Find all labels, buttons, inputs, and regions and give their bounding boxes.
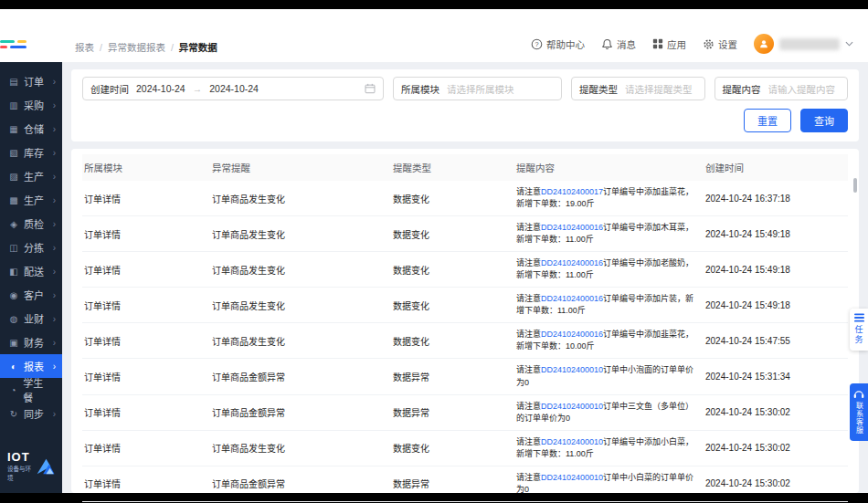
column-header-alert: 异常提醒	[210, 154, 391, 181]
chevron-right-icon: ›	[53, 77, 56, 87]
sidebar-item-sorting[interactable]: ◫分拣›	[0, 236, 62, 259]
sidebar-item-label: 报表	[24, 359, 44, 373]
table-row: 订单详情订单商品发生变化数据变化请注意DD24102400010订单编号中添加小…	[82, 431, 848, 466]
chevron-right-icon: ›	[53, 409, 56, 419]
sidebar-item-purchase[interactable]: ▥采购›	[0, 93, 62, 117]
apps-button[interactable]: 应用	[652, 37, 686, 51]
table-row: 订单详情订单商品金额异常数据异常请注意DD24102400010订单中小白菜的订…	[82, 466, 848, 502]
customer-service-button[interactable]: 联系客服	[850, 383, 868, 441]
sidebar-item-delivery[interactable]: ◧配送›	[0, 259, 62, 283]
chevron-right-icon: ›	[53, 100, 56, 110]
table-row: 订单详情订单商品发生变化数据变化请注意DD24102400016订单编号中添加木…	[82, 216, 848, 252]
order-number-link[interactable]: DD24102400016	[541, 294, 603, 303]
reset-button[interactable]: 重置	[744, 109, 791, 132]
sidebar-item-business-finance[interactable]: ◍业财›	[0, 307, 62, 330]
meal-icon: ◔	[8, 385, 18, 395]
chevron-right-icon: ›	[53, 219, 56, 229]
sidebar-item-finance[interactable]: ▣财务›	[0, 330, 62, 354]
order-number-link[interactable]: DD24102400016	[541, 258, 603, 267]
delivery-icon: ◧	[8, 267, 19, 277]
cell-content: 请注意DD24102400016订单编号中添加老酸奶，新增下单数：11.00斤	[514, 252, 704, 287]
messages-button[interactable]: 消息	[601, 37, 636, 51]
breadcrumb-item[interactable]: 异常数据报表	[108, 40, 165, 54]
cell-created: 2024-10-24 16:37:18	[704, 188, 848, 209]
cell-alert: 订单商品发生变化	[210, 435, 391, 460]
sorting-icon: ◫	[8, 243, 19, 253]
module-select[interactable]: 所属模块 请选择所属模块	[393, 77, 562, 100]
user-menu[interactable]	[754, 34, 853, 54]
iot-logo-subtitle: 设备与环境	[7, 464, 32, 482]
chevron-right-icon: ›	[53, 195, 56, 205]
order-number-link[interactable]: DD24102400016	[541, 330, 603, 339]
sidebar-item-label: 分拣	[24, 240, 44, 255]
sidebar-item-warehouse[interactable]: ▦仓储›	[0, 117, 62, 141]
content-prefix: 请注意	[516, 473, 541, 482]
cell-alert: 订单商品发生变化	[210, 186, 391, 211]
cell-created: 2024-10-24 15:31:34	[704, 366, 848, 387]
sidebar-item-customers[interactable]: ◉客户›	[0, 283, 62, 307]
cell-module: 订单详情	[82, 257, 210, 282]
date-range-picker[interactable]: 创建时间 2024-10-24 → 2024-10-24	[82, 77, 384, 100]
cell-type: 数据异常	[391, 471, 514, 496]
report-icon: ◐	[8, 362, 19, 372]
chevron-right-icon: ›	[53, 338, 56, 348]
order-number-link[interactable]: DD24102400010	[541, 402, 603, 411]
cell-alert: 订单商品金额异常	[210, 400, 391, 424]
alert-type-placeholder: 请选择提醒类型	[625, 82, 693, 96]
production2-icon: ▩	[8, 195, 19, 205]
help-center-label: 帮助中心	[546, 37, 585, 51]
cell-module: 订单详情	[82, 435, 210, 460]
breadcrumb-item[interactable]: 报表	[75, 40, 94, 54]
chevron-right-icon: ›	[53, 148, 56, 158]
sidebar-item-quality[interactable]: ◈质检›	[0, 212, 62, 236]
table-row: 订单详情订单商品发生变化数据变化请注意DD24102400016订单编号中添加老…	[82, 252, 848, 288]
table-scrollbar-thumb[interactable]	[853, 178, 857, 193]
cell-content: 请注意DD24102400010订单中三文鱼（多单位）的订单单价为0	[514, 395, 704, 430]
cell-content: 请注意DD24102400010订单中小白菜的订单单价为0	[514, 466, 704, 501]
content-prefix: 请注意	[516, 223, 541, 232]
cell-content: 请注意DD24102400016订单编号中添加韭菜花，新增下单数：10.00斤	[514, 323, 704, 358]
cell-type: 数据变化	[391, 222, 514, 246]
sidebar-item-label: 采购	[24, 98, 44, 112]
sidebar-item-production[interactable]: ▨生产›	[0, 164, 62, 188]
cell-alert: 订单商品金额异常	[210, 364, 391, 389]
cell-content: 请注意DD24102400017订单编号中添加韭菜花，新增下单数：19.00斤	[514, 181, 704, 215]
order-icon: ▤	[8, 77, 19, 87]
date-from-value: 2024-10-24	[136, 83, 185, 94]
cell-content: 请注意DD24102400016订单编号中添加木耳菜，新增下单数：11.00斤	[514, 216, 704, 251]
apps-grid-icon	[652, 38, 663, 49]
order-number-link[interactable]: DD24102400010	[541, 437, 603, 446]
topbar-actions: ? 帮助中心 消息	[531, 34, 853, 54]
query-button[interactable]: 查询	[800, 109, 848, 132]
cell-alert: 订单商品发生变化	[210, 329, 391, 353]
iot-logo-graphic	[36, 456, 55, 477]
table-row: 订单详情订单商品发生变化数据变化请注意DD24102400016订单编号中添加韭…	[82, 323, 848, 359]
person-icon	[758, 38, 769, 49]
breadcrumb: 报表 / 异常数据报表 / 异常数据	[75, 40, 217, 54]
sidebar-item-inventory[interactable]: ▧库存›	[0, 141, 62, 164]
order-number-link[interactable]: DD24102400010	[541, 473, 603, 482]
alert-type-select[interactable]: 提醒类型 请选择提醒类型	[571, 77, 704, 100]
task-panel-label: 任务	[853, 325, 865, 345]
cell-module: 订单详情	[82, 471, 210, 496]
sidebar-item-sync[interactable]: ↻同步›	[0, 402, 62, 425]
order-number-link[interactable]: DD24102400010	[541, 365, 603, 374]
inventory-icon: ▧	[8, 148, 19, 158]
sidebar-item-production-2[interactable]: ▩生产›	[0, 188, 62, 212]
sidebar-item-label: 生产	[24, 169, 44, 183]
alert-content-input[interactable]: 提醒内容 请输入提醒内容	[715, 77, 848, 100]
help-center-button[interactable]: ? 帮助中心	[531, 37, 585, 51]
sidebar-item-student-meals[interactable]: ◔学生餐	[0, 378, 62, 402]
settings-button[interactable]: 设置	[703, 37, 737, 51]
chevron-right-icon: ›	[53, 243, 56, 253]
task-panel-button[interactable]: 任务	[850, 309, 868, 351]
cell-type: 数据异常	[391, 400, 514, 424]
column-header-type: 提醒类型	[391, 154, 514, 181]
date-range-separator: →	[193, 83, 203, 94]
order-number-link[interactable]: DD24102400017	[541, 187, 603, 196]
chevron-right-icon: ›	[53, 172, 56, 182]
apps-label: 应用	[667, 37, 686, 51]
chevron-right-icon: ›	[53, 124, 56, 134]
order-number-link[interactable]: DD24102400016	[541, 223, 603, 232]
sidebar-item-orders[interactable]: ▤订单›	[0, 69, 62, 93]
